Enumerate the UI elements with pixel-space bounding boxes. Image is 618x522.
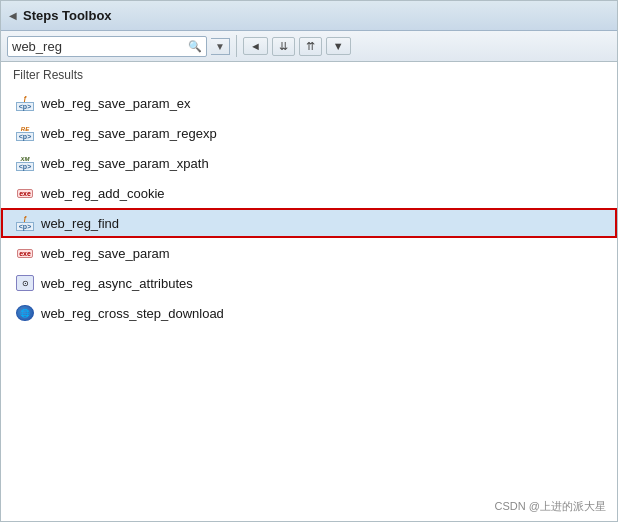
list-item-selected[interactable]: ƒ <p> web_reg_find bbox=[1, 208, 617, 238]
nav-down-double-btn[interactable]: ⇊ bbox=[272, 37, 295, 56]
panel-header: ◀ Steps Toolbox bbox=[1, 1, 617, 31]
item-icon-exe2: exe bbox=[15, 245, 35, 261]
item-icon-async: ⊙ bbox=[15, 275, 35, 291]
list-item[interactable]: ⊙ web_reg_async_attributes bbox=[1, 268, 617, 298]
filter-results-label: Filter Results bbox=[1, 62, 617, 88]
panel-title: Steps Toolbox bbox=[23, 8, 112, 23]
item-label: web_reg_async_attributes bbox=[41, 276, 193, 291]
item-icon-fp-selected: ƒ <p> bbox=[15, 215, 35, 231]
search-icon: 🔍 bbox=[188, 40, 202, 53]
nav-dropdown-btn[interactable]: ▼ bbox=[326, 37, 351, 55]
toolbar-separator bbox=[236, 35, 237, 57]
toolbar: 🔍 ▼ ◄ ⇊ ⇈ ▼ bbox=[1, 31, 617, 62]
item-label: web_reg_save_param_regexp bbox=[41, 126, 217, 141]
list-item[interactable]: 🌐 web_reg_cross_step_download bbox=[1, 298, 617, 328]
search-dropdown-btn[interactable]: ▼ bbox=[211, 38, 230, 55]
item-icon-rf: RE <p> bbox=[15, 125, 35, 141]
nav-up-double-btn[interactable]: ⇈ bbox=[299, 37, 322, 56]
list-item[interactable]: XM <p> web_reg_save_param_xpath bbox=[1, 148, 617, 178]
list-item[interactable]: exe web_reg_add_cookie bbox=[1, 178, 617, 208]
item-label: web_reg_find bbox=[41, 216, 119, 231]
search-input[interactable] bbox=[12, 39, 186, 54]
watermark: CSDN @上进的派大星 bbox=[495, 499, 606, 514]
nav-prev-btn[interactable]: ◄ bbox=[243, 37, 268, 55]
item-icon-globe: 🌐 bbox=[15, 305, 35, 321]
item-icon-xm: XM <p> bbox=[15, 155, 35, 171]
results-list: Filter Results ƒ <p> web_reg_save_param_… bbox=[1, 62, 617, 521]
item-label: web_reg_save_param_ex bbox=[41, 96, 191, 111]
item-label: web_reg_save_param_xpath bbox=[41, 156, 209, 171]
list-item[interactable]: ƒ <p> web_reg_save_param_ex bbox=[1, 88, 617, 118]
list-item[interactable]: RE <p> web_reg_save_param_regexp bbox=[1, 118, 617, 148]
list-item[interactable]: exe web_reg_save_param bbox=[1, 238, 617, 268]
item-label: web_reg_save_param bbox=[41, 246, 170, 261]
item-label: web_reg_cross_step_download bbox=[41, 306, 224, 321]
item-label: web_reg_add_cookie bbox=[41, 186, 165, 201]
item-icon-fp: ƒ <p> bbox=[15, 95, 35, 111]
search-box: 🔍 bbox=[7, 36, 207, 57]
item-icon-exe: exe bbox=[15, 185, 35, 201]
collapse-icon[interactable]: ◀ bbox=[9, 10, 17, 21]
